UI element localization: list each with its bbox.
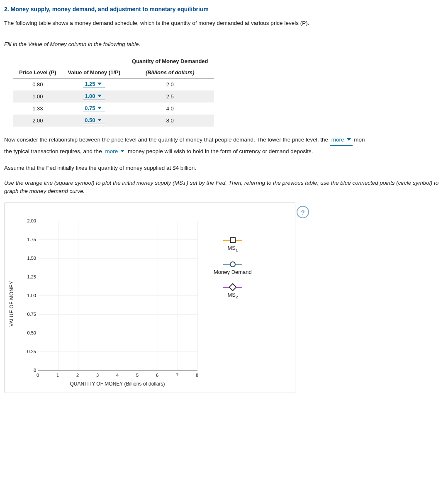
fed-assumption: Assume that the Fed initially fixes the … — [4, 164, 448, 172]
y-axis-label: VALUE OF MONEY — [9, 281, 15, 327]
intro-text: The following table shows a money demand… — [4, 19, 448, 27]
x-tick: 8 — [196, 373, 198, 378]
chevron-down-icon — [97, 105, 102, 111]
price-level-cell: 1.33 — [13, 103, 62, 115]
x-tick: 0 — [37, 373, 39, 378]
value-of-money-dropdown[interactable]: 0.75 — [83, 105, 105, 112]
x-tick: 4 — [116, 373, 119, 378]
y-tick: 1.50 — [19, 256, 36, 261]
p2a: Now consider the relationship between th… — [4, 137, 330, 143]
legend-md-label: Money Demand — [214, 269, 252, 275]
chevron-down-icon — [97, 117, 102, 123]
chevron-down-icon — [97, 93, 102, 99]
col2-header: Value of Money (1/P) — [62, 67, 126, 78]
col1-header: Price Level (P) — [13, 67, 62, 78]
chart-legend: MS1 Money Demand MS2 — [214, 221, 252, 308]
help-button[interactable]: ? — [297, 206, 309, 218]
value-of-money-dropdown[interactable]: 1.25 — [83, 81, 105, 88]
table-row: 0.801.252.0 — [13, 78, 214, 90]
y-tick: 0.25 — [19, 349, 36, 354]
y-tick: 0.50 — [19, 330, 36, 335]
graph-panel: ? VALUE OF MONEY 00.250.500.751.001.251.… — [4, 202, 295, 393]
y-tick: 2.00 — [19, 218, 36, 223]
legend-ms1[interactable]: MS1 — [214, 237, 252, 252]
table-row: 2.000.508.0 — [13, 115, 214, 127]
money-demand-table: Quantity of Money Demanded Price Level (… — [13, 56, 214, 127]
question-heading: 2. Money supply, money demand, and adjus… — [4, 6, 448, 12]
col3-header-top: Quantity of Money Demanded — [126, 56, 214, 67]
y-tick: 0.75 — [19, 312, 36, 317]
price-level-cell: 2.00 — [13, 115, 62, 127]
graph-instruction: Use the orange line (square symbol) to p… — [4, 179, 448, 196]
legend-money-demand[interactable]: Money Demand — [214, 261, 252, 275]
table-instruction: Fill in the Value of Money column in the… — [4, 40, 448, 49]
chevron-down-icon — [97, 81, 102, 87]
x-tick: 2 — [76, 373, 79, 378]
p2d: money people will wish to hold in the fo… — [128, 148, 313, 154]
x-tick: 5 — [136, 373, 139, 378]
x-tick: 7 — [176, 373, 178, 378]
y-tick: 1.00 — [19, 293, 36, 298]
x-axis-label: QUANTITY OF MONEY (Billions of dollars) — [38, 381, 197, 387]
quantity-cell: 8.0 — [126, 115, 214, 127]
x-tick: 3 — [96, 373, 99, 378]
chart-axes[interactable]: 00.250.500.751.001.251.501.752.00 012345… — [19, 221, 201, 387]
table-row: 1.001.002.5 — [13, 90, 214, 103]
value-of-money-dropdown[interactable]: 0.50 — [83, 117, 105, 124]
dropdown-more-2[interactable]: more — [103, 146, 126, 157]
dropdown-more-1[interactable]: more — [330, 134, 353, 146]
y-tick: 0 — [19, 368, 36, 373]
col3-header-sub: (Billions of dollars) — [126, 67, 214, 78]
p2c: the typical transaction requires, and th… — [4, 148, 103, 154]
x-tick: 1 — [56, 373, 59, 378]
chevron-down-icon — [120, 146, 124, 157]
relationship-paragraph: Now consider the relationship between th… — [4, 134, 448, 157]
x-tick: 6 — [156, 373, 158, 378]
p2b: mon — [354, 137, 365, 143]
price-level-cell: 1.00 — [13, 90, 62, 103]
chevron-down-icon — [347, 134, 351, 145]
price-level-cell: 0.80 — [13, 78, 62, 90]
y-tick: 1.25 — [19, 274, 36, 279]
y-tick: 1.75 — [19, 237, 36, 242]
quantity-cell: 2.5 — [126, 90, 214, 103]
quantity-cell: 4.0 — [126, 103, 214, 115]
value-of-money-dropdown[interactable]: 1.00 — [83, 93, 105, 100]
table-row: 1.330.754.0 — [13, 103, 214, 115]
quantity-cell: 2.0 — [126, 78, 214, 90]
intro-span: The following table shows a money demand… — [4, 20, 309, 26]
legend-ms2[interactable]: MS2 — [214, 284, 252, 299]
